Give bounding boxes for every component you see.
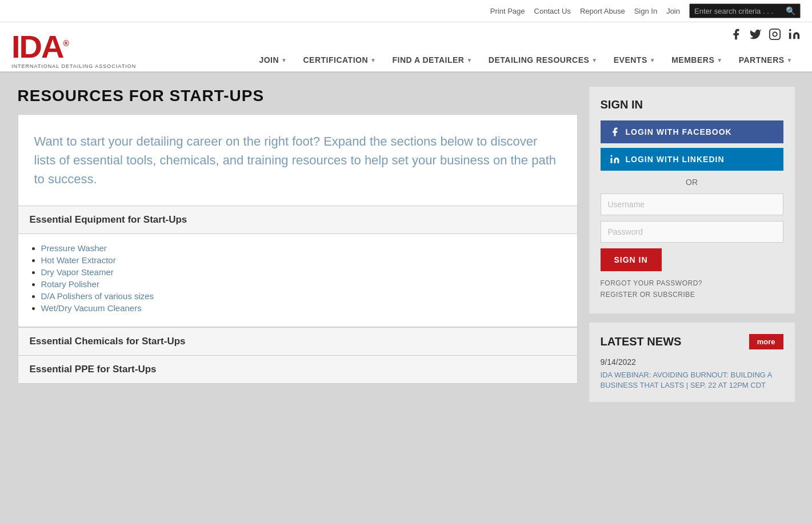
news-title: LATEST NEWS (601, 335, 682, 348)
top-bar: Print Page Contact Us Report Abuse Sign … (0, 0, 812, 22)
facebook-social-icon[interactable] (730, 28, 742, 44)
equipment-list: Pressure Washer Hot Water Extractor Dry … (41, 243, 566, 313)
search-box: 🔍 (689, 3, 801, 18)
nav-find-a-detailer[interactable]: FIND A DETAILER ▼ (384, 49, 480, 71)
accordion-header-equipment[interactable]: Essential Equipment for Start-Ups (18, 206, 577, 234)
signin-title: SIGN IN (601, 98, 783, 111)
nav-events[interactable]: EVENTS ▼ (606, 49, 663, 71)
news-headline: IDA WEBINAR: AVOIDING BURNOUT: BUILDING … (601, 370, 783, 391)
chevron-down-icon: ▼ (591, 57, 597, 63)
chevron-down-icon: ▼ (650, 57, 655, 63)
chevron-down-icon: ▼ (787, 57, 793, 63)
nav-detailing-resources[interactable]: DETAILING RESOURCES ▼ (481, 49, 606, 71)
instagram-social-icon[interactable] (769, 28, 781, 44)
logo-subtitle: INTERNATIONAL DETAILING ASSOCIATION (11, 64, 136, 69)
join-link[interactable]: Join (666, 7, 680, 15)
equipment-link-2[interactable]: Hot Water Extractor (41, 255, 116, 265)
chevron-down-icon: ▼ (466, 57, 472, 63)
nav-members[interactable]: MEMBERS ▼ (663, 49, 730, 71)
login-linkedin-button[interactable]: LOGIN WITH LINKEDIN (601, 148, 783, 171)
accordion-header-ppe[interactable]: Essential PPE for Start-Ups (18, 356, 577, 383)
equipment-link-4[interactable]: Rotary Polisher (41, 279, 100, 289)
password-field[interactable] (601, 221, 783, 243)
logo-area: IDA® INTERNATIONAL DETAILING ASSOCIATION (11, 31, 136, 69)
logo-text: IDA® (11, 31, 136, 63)
svg-point-3 (789, 29, 791, 31)
contact-us-link[interactable]: Contact Us (534, 7, 571, 15)
list-item: D/A Polishers of various sizes (41, 291, 566, 301)
page-title: RESOURCES FOR START-UPS (18, 87, 578, 105)
equipment-link-5[interactable]: D/A Polishers of various sizes (41, 291, 154, 301)
sign-in-link[interactable]: Sign In (634, 7, 657, 15)
login-facebook-button[interactable]: LOGIN WITH FACEBOOK (601, 120, 783, 143)
signin-button[interactable]: SIGN IN (601, 248, 662, 271)
news-more-button[interactable]: more (749, 334, 783, 349)
linkedin-social-icon[interactable] (788, 28, 801, 44)
equipment-link-6[interactable]: Wet/Dry Vacuum Cleaners (41, 303, 142, 313)
search-button[interactable]: 🔍 (786, 6, 795, 15)
twitter-social-icon[interactable] (749, 28, 762, 44)
svg-point-5 (610, 155, 612, 157)
list-item: Wet/Dry Vacuum Cleaners (41, 303, 566, 313)
forgot-password-link[interactable]: FORGOT YOUR PASSWORD? (601, 279, 783, 287)
register-link[interactable]: REGISTER OR SUBSCRIBE (601, 291, 783, 299)
accordion-content-equipment: Pressure Washer Hot Water Extractor Dry … (18, 234, 577, 327)
accordion-section-equipment: Essential Equipment for Start-Ups Pressu… (18, 206, 578, 328)
main-nav: JOIN ▼ CERTIFICATION ▼ FIND A DETAILER ▼… (251, 49, 801, 71)
nav-join[interactable]: JOIN ▼ (251, 49, 295, 71)
search-input[interactable] (694, 7, 786, 15)
chevron-down-icon: ▼ (717, 57, 722, 63)
svg-rect-4 (610, 158, 612, 163)
intro-card: Want to start your detailing career on t… (18, 114, 578, 206)
nav-certification[interactable]: CERTIFICATION ▼ (295, 49, 384, 71)
nav-partners[interactable]: PARTNERS ▼ (731, 49, 801, 71)
accordion-section-chemicals: Essential Chemicals for Start-Ups (18, 328, 578, 356)
username-field[interactable] (601, 194, 783, 215)
or-divider: OR (601, 178, 783, 187)
logo-registered: ® (63, 39, 67, 48)
equipment-link-3[interactable]: Dry Vapor Steamer (41, 267, 114, 277)
chevron-down-icon: ▼ (281, 57, 287, 63)
news-header: LATEST NEWS more (601, 334, 783, 349)
list-item: Dry Vapor Steamer (41, 267, 566, 277)
sidebar: SIGN IN LOGIN WITH FACEBOOK LOGIN WITH L… (589, 87, 795, 402)
news-box: LATEST NEWS more 9/14/2022 IDA WEBINAR: … (589, 323, 795, 402)
list-item: Hot Water Extractor (41, 255, 566, 265)
equipment-link-1[interactable]: Pressure Washer (41, 243, 107, 253)
chevron-down-icon: ▼ (370, 57, 376, 63)
nav-right: JOIN ▼ CERTIFICATION ▼ FIND A DETAILER ▼… (251, 28, 801, 71)
header: IDA® INTERNATIONAL DETAILING ASSOCIATION… (0, 22, 812, 73)
report-abuse-link[interactable]: Report Abuse (580, 7, 625, 15)
content-area: RESOURCES FOR START-UPS Want to start yo… (18, 87, 578, 402)
logo-letters: IDA (11, 29, 63, 65)
social-icons (730, 28, 801, 44)
accordion-section-ppe: Essential PPE for Start-Ups (18, 356, 578, 384)
intro-text: Want to start your detailing career on t… (34, 132, 561, 188)
svg-rect-0 (770, 29, 780, 39)
main-wrapper: RESOURCES FOR START-UPS Want to start yo… (6, 73, 806, 416)
accordion-header-chemicals[interactable]: Essential Chemicals for Start-Ups (18, 328, 577, 355)
print-page-link[interactable]: Print Page (490, 7, 525, 15)
list-item: Rotary Polisher (41, 279, 566, 289)
list-item: Pressure Washer (41, 243, 566, 253)
news-date: 9/14/2022 (601, 357, 783, 367)
signin-box: SIGN IN LOGIN WITH FACEBOOK LOGIN WITH L… (589, 87, 795, 313)
svg-rect-2 (789, 33, 791, 39)
